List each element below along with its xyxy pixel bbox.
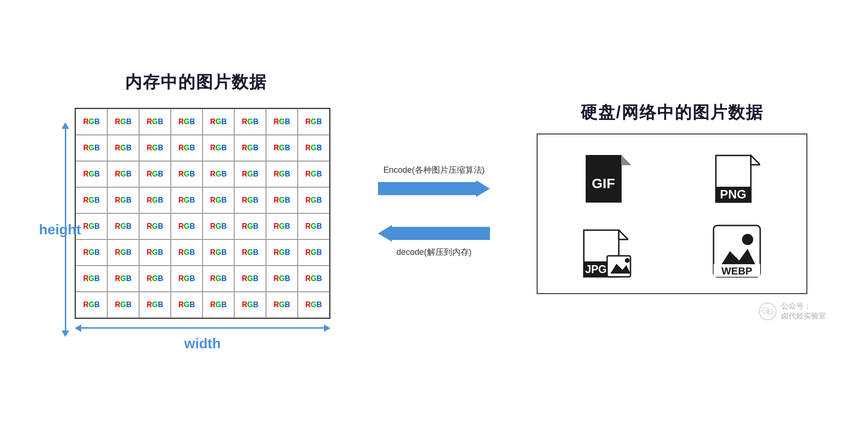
rgb-cell: RGB: [76, 266, 107, 292]
grid-and-width: RGBRGBRGBRGBRGBRGBRGBRGBRGBRGBRGBRGBRGBR…: [75, 108, 330, 352]
svg-point-31: [769, 311, 770, 312]
encode-arrow: [378, 180, 490, 197]
rgb-cell: RGB: [203, 187, 234, 213]
rgb-cell: RGB: [76, 135, 107, 161]
middle-section: Encode(各种图片压缩算法) decode(解压到内存): [373, 164, 495, 258]
gif-icon-container: GIF: [556, 148, 658, 204]
rgb-cell: RGB: [139, 266, 171, 292]
rgb-cell: RGB: [234, 239, 266, 266]
rgb-cell: RGB: [298, 213, 329, 239]
rgb-cell: RGB: [266, 109, 298, 135]
arrow-head-down-icon: [62, 331, 69, 337]
arrow-head-up-icon: [62, 122, 69, 129]
rgb-cell: RGB: [203, 109, 234, 135]
svg-point-20: [625, 258, 630, 263]
rgb-cell: RGB: [171, 161, 203, 187]
rgb-grid: RGBRGBRGBRGBRGBRGBRGBRGBRGBRGBRGBRGBRGBR…: [75, 108, 330, 319]
arrow-head-left-icon: [75, 324, 81, 332]
gif-file-icon: GIF: [584, 148, 630, 204]
rgb-cell: RGB: [76, 239, 107, 266]
rgb-cell: RGB: [171, 109, 203, 135]
rgb-cell: RGB: [234, 292, 266, 318]
rgb-cell: RGB: [203, 135, 234, 161]
left-title: 内存中的图片数据: [125, 71, 267, 94]
rgb-cell: RGB: [107, 161, 139, 187]
svg-point-32: [771, 311, 772, 312]
width-arrow: [75, 324, 330, 332]
left-section: 内存中的图片数据 height RGBRGBRGBRGBRGBRGBRGBRGB…: [37, 71, 355, 352]
rgb-cell: RGB: [234, 161, 266, 187]
encode-arrow-body: [378, 182, 476, 195]
svg-text:WEBP: WEBP: [721, 265, 752, 277]
rgb-cell: RGB: [298, 292, 329, 318]
png-icon-container: PNG: [686, 148, 788, 204]
rgb-cell: RGB: [203, 213, 234, 239]
rgb-cell: RGB: [298, 187, 329, 213]
right-title: 硬盘/网络中的图片数据: [581, 101, 763, 124]
decode-arrow-head: [378, 225, 392, 242]
svg-text:GIF: GIF: [592, 176, 615, 191]
main-container: 内存中的图片数据 height RGBRGBRGBRGBRGBRGBRGBRGB…: [0, 0, 868, 422]
rgb-cell: RGB: [266, 266, 298, 292]
right-section: 硬盘/网络中的图片数据 GIF: [513, 101, 831, 321]
height-arrow-line: height: [65, 129, 66, 331]
rgb-cell: RGB: [298, 109, 329, 135]
decode-arrow-body: [392, 227, 490, 240]
rgb-cell: RGB: [107, 187, 139, 213]
grid-wrapper: height RGBRGBRGBRGBRGBRGBRGBRGBRGBRGBRGB…: [62, 108, 330, 352]
rgb-cell: RGB: [234, 109, 266, 135]
height-arrow: height: [62, 122, 69, 337]
rgb-cell: RGB: [139, 135, 171, 161]
rgb-cell: RGB: [266, 213, 298, 239]
png-file-icon: PNG: [714, 148, 760, 204]
arrow-head-right-icon: [324, 324, 330, 332]
rgb-cell: RGB: [171, 135, 203, 161]
rgb-cell: RGB: [76, 109, 107, 135]
rgb-cell: RGB: [234, 135, 266, 161]
rgb-cell: RGB: [298, 135, 329, 161]
rgb-cell: RGB: [171, 292, 203, 318]
svg-marker-2: [621, 155, 630, 165]
rgb-cell: RGB: [266, 187, 298, 213]
encode-label: Encode(各种图片压缩算法): [383, 164, 484, 176]
rgb-cell: RGB: [76, 187, 107, 213]
rgb-cell: RGB: [234, 187, 266, 213]
rgb-cell: RGB: [203, 161, 234, 187]
width-label: width: [184, 336, 221, 352]
rgb-cell: RGB: [139, 292, 171, 318]
rgb-cell: RGB: [298, 266, 329, 292]
rgb-cell: RGB: [107, 292, 139, 318]
rgb-cell: RGB: [107, 213, 139, 239]
rgb-cell: RGB: [203, 239, 234, 266]
rgb-cell: RGB: [139, 109, 171, 135]
rgb-cell: RGB: [266, 239, 298, 266]
webp-file-icon: WEBP: [711, 223, 763, 279]
rgb-cell: RGB: [139, 213, 171, 239]
height-label: height: [39, 222, 81, 238]
decode-label: decode(解压到内存): [396, 246, 471, 258]
jpg-icon-container: JPG: [556, 223, 658, 279]
rgb-cell: RGB: [298, 239, 329, 266]
jpg-file-icon: JPG: [581, 223, 633, 279]
rgb-cell: RGB: [139, 161, 171, 187]
wechat-icon: [759, 302, 777, 320]
rgb-cell: RGB: [266, 292, 298, 318]
rgb-cell: RGB: [266, 135, 298, 161]
svg-text:PNG: PNG: [720, 187, 746, 201]
height-label-container: height: [62, 118, 69, 342]
rgb-cell: RGB: [266, 161, 298, 187]
rgb-cell: RGB: [203, 266, 234, 292]
rgb-cell: RGB: [107, 239, 139, 266]
watermark: 公众号： 卤代烃实验室: [759, 302, 826, 321]
watermark-line2: 卤代烃实验室: [781, 311, 826, 321]
encode-arrow-head: [476, 180, 490, 197]
rgb-cell: RGB: [107, 109, 139, 135]
rgb-cell: RGB: [171, 239, 203, 266]
rgb-cell: RGB: [76, 161, 107, 187]
decode-group: decode(解压到内存): [378, 225, 490, 258]
rgb-cell: RGB: [171, 187, 203, 213]
rgb-cell: RGB: [234, 213, 266, 239]
width-label-container: width: [75, 324, 330, 352]
rgb-cell: RGB: [107, 135, 139, 161]
decode-arrow: [378, 225, 490, 242]
